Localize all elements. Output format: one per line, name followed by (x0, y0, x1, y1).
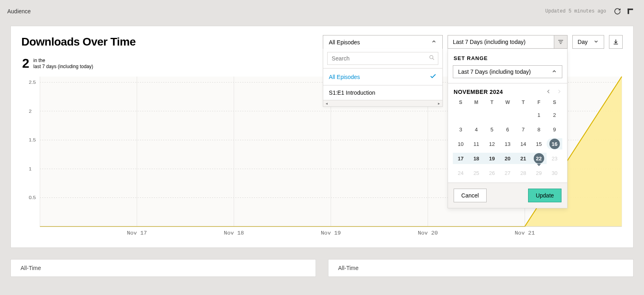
summary-right-label: All-Time (338, 265, 359, 271)
episodes-dropdown: All EpisodesS1:E1 Introduction ◂ ▸ (323, 49, 443, 107)
calendar-day[interactable]: 16 (547, 138, 562, 150)
metric-line-2: last 7 days (including today) (33, 64, 93, 70)
svg-text:1: 1 (29, 166, 32, 172)
svg-line-3 (433, 58, 434, 60)
panel-icon[interactable] (624, 5, 637, 18)
chevron-up-icon (551, 69, 557, 75)
dropdown-scrollbar[interactable]: ◂ ▸ (323, 100, 442, 106)
calendar-day: 28 (516, 167, 531, 179)
calendar-day[interactable]: 4 (469, 124, 484, 135)
card-title: Downloads Over Time (21, 35, 318, 48)
granularity-label: Day (578, 39, 588, 45)
summary-card-left: All-Time (10, 259, 316, 277)
calendar-day[interactable]: 10 (453, 138, 469, 150)
range-preset-select[interactable]: Last 7 Days (including today) (453, 65, 562, 78)
calendar-day[interactable]: 9 (547, 124, 562, 135)
calendar-dow: W (500, 100, 516, 106)
calendar-day[interactable]: 22 (531, 153, 547, 164)
metric-value: 2 (22, 56, 29, 71)
range-preset-label: Last 7 Days (including today) (458, 69, 531, 75)
calendar-day: 30 (547, 167, 562, 179)
svg-point-2 (430, 56, 433, 59)
svg-text:Nov 20: Nov 20 (418, 231, 438, 236)
set-range-heading: SET RANGE (448, 49, 567, 65)
update-button[interactable]: Update (528, 189, 561, 202)
granularity-select[interactable]: Day (572, 35, 604, 49)
calendar-day[interactable]: 19 (484, 153, 500, 164)
calendar-day[interactable]: 15 (531, 138, 547, 150)
episodes-select[interactable]: All Episodes (323, 35, 443, 49)
summary-card-right: All-Time (328, 259, 634, 277)
svg-text:Nov 18: Nov 18 (224, 231, 244, 236)
scroll-right-icon[interactable]: ▸ (438, 101, 440, 106)
calendar-day[interactable]: 20 (500, 153, 516, 164)
svg-text:Nov 17: Nov 17 (127, 231, 147, 236)
calendar-dow: S (547, 100, 562, 106)
calendar-day: 29 (531, 167, 547, 179)
calendar-day[interactable]: 2 (547, 109, 562, 120)
refresh-icon[interactable] (611, 5, 624, 18)
calendar-prev-icon[interactable] (546, 88, 551, 96)
check-icon (429, 73, 437, 81)
scroll-left-icon[interactable]: ◂ (326, 101, 328, 106)
calendar-day[interactable]: 6 (500, 124, 516, 135)
svg-text:0.5: 0.5 (29, 195, 36, 200)
svg-text:Nov 19: Nov 19 (321, 231, 341, 236)
chevron-up-icon (431, 39, 437, 46)
calendar-day: 27 (500, 167, 516, 179)
calendar-day[interactable]: 1 (531, 109, 547, 120)
svg-text:2.5: 2.5 (29, 80, 36, 85)
svg-text:Nov 21: Nov 21 (515, 231, 535, 236)
calendar-day[interactable]: 21 (516, 153, 531, 164)
page-title: Audience (7, 8, 31, 15)
episodes-select-label: All Episodes (329, 39, 360, 46)
calendar-day[interactable]: 11 (469, 138, 484, 150)
calendar-day[interactable]: 18 (469, 153, 484, 164)
chevron-down-icon (593, 39, 599, 46)
calendar: NOVEMBER 2024 SMTWTFS123456789101112131 (448, 83, 567, 183)
downloads-over-time-card: Downloads Over Time All Episodes (10, 26, 634, 248)
calendar-day[interactable]: 14 (516, 138, 531, 150)
calendar-day[interactable]: 12 (484, 138, 500, 150)
range-select-label: Last 7 Days (including today) (453, 39, 526, 45)
range-dropdown: SET RANGE Last 7 Days (including today) … (448, 49, 568, 208)
cancel-button[interactable]: Cancel (454, 189, 487, 202)
calendar-dow: S (453, 100, 469, 106)
calendar-dow: M (469, 100, 484, 106)
calendar-day: 24 (453, 167, 469, 179)
search-icon (429, 54, 435, 62)
calendar-day[interactable]: 5 (484, 124, 500, 135)
updated-timestamp: Updated 5 minutes ago (545, 8, 606, 14)
range-select[interactable]: Last 7 Days (including today) (448, 35, 568, 49)
svg-text:1.5: 1.5 (29, 137, 36, 143)
calendar-month-title: NOVEMBER 2024 (454, 89, 503, 95)
calendar-day[interactable]: 7 (516, 124, 531, 135)
calendar-dow: F (531, 100, 547, 106)
filter-icon (554, 35, 568, 49)
calendar-day[interactable]: 8 (531, 124, 547, 135)
calendar-next-icon (557, 88, 561, 96)
download-button[interactable] (609, 35, 623, 49)
svg-text:2: 2 (29, 109, 32, 114)
episode-option-label: All Episodes (329, 74, 360, 80)
summary-left-label: All-Time (21, 265, 41, 271)
calendar-day[interactable]: 13 (500, 138, 516, 150)
calendar-dow: T (516, 100, 531, 106)
episode-option-label: S1:E1 Introduction (329, 89, 375, 96)
search-input[interactable] (327, 52, 438, 65)
calendar-day: 26 (484, 167, 500, 179)
episode-option[interactable]: S1:E1 Introduction (323, 85, 442, 100)
calendar-day[interactable]: 3 (453, 124, 469, 135)
episode-option[interactable]: All Episodes (323, 68, 442, 85)
calendar-dow: T (484, 100, 500, 106)
metric-line-1: in the (33, 58, 93, 64)
calendar-day[interactable]: 17 (453, 153, 469, 164)
calendar-day: 25 (469, 167, 484, 179)
svg-rect-1 (627, 8, 629, 14)
calendar-day: 23 (547, 153, 562, 164)
